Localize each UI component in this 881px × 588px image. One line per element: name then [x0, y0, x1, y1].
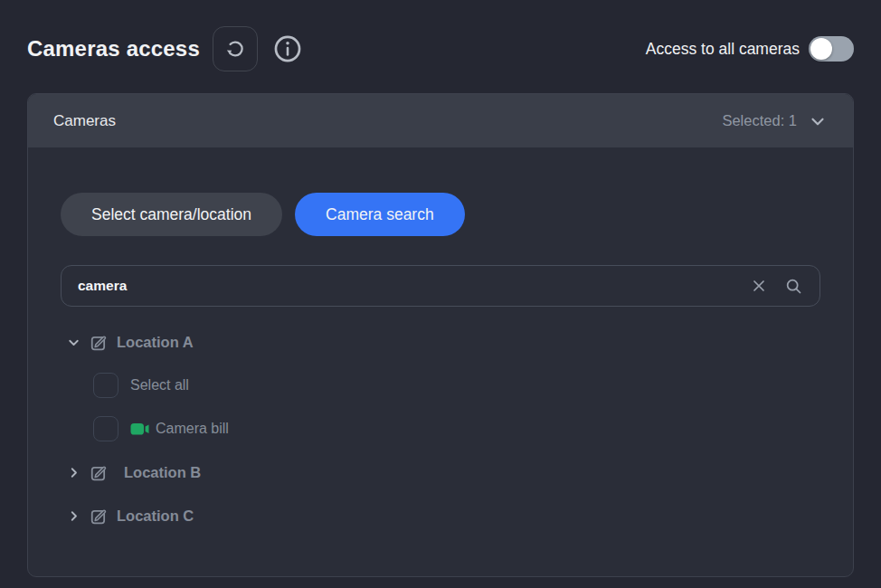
cameras-panel-header[interactable]: Cameras Selected: 1: [28, 94, 853, 147]
camera-search-input[interactable]: [78, 278, 750, 294]
tree-row-select-all[interactable]: Select all: [93, 370, 820, 401]
access-all-cameras-toggle[interactable]: [809, 36, 854, 62]
select-all-checkbox[interactable]: [93, 373, 118, 398]
camera-bill-label[interactable]: Camera bill: [156, 421, 229, 437]
tree-row-camera-bill[interactable]: Camera bill: [93, 413, 820, 444]
location-label[interactable]: Location A: [117, 334, 194, 351]
chevron-right-icon[interactable]: [66, 508, 81, 524]
camera-location-tree: Location A Select all Camera bill: [61, 327, 820, 531]
tree-row-location-a[interactable]: Location A: [66, 327, 820, 357]
access-all-cameras-label: Access to all cameras: [646, 40, 800, 59]
camera-search-box: [61, 265, 820, 307]
clear-search-icon[interactable]: [750, 277, 768, 295]
edit-icon[interactable]: [90, 463, 109, 482]
cameras-panel-body: Select camera/location Camera search: [28, 147, 853, 531]
page-title: Cameras access: [27, 36, 200, 62]
magnifier-icon[interactable]: [784, 277, 803, 296]
toggle-knob: [810, 38, 832, 60]
cameras-panel: Cameras Selected: 1 Select camera/locati…: [27, 93, 854, 577]
edit-icon[interactable]: [90, 333, 109, 352]
selected-count-label: Selected: 1: [722, 112, 797, 129]
info-icon[interactable]: [272, 33, 303, 64]
location-label[interactable]: Location C: [117, 507, 194, 525]
tab-camera-search[interactable]: Camera search: [295, 193, 465, 236]
video-camera-icon: [130, 422, 150, 436]
select-all-label[interactable]: Select all: [130, 377, 189, 394]
refresh-icon: [223, 37, 247, 61]
refresh-button[interactable]: [213, 26, 258, 71]
chevron-right-icon[interactable]: [66, 465, 81, 480]
tree-row-location-c[interactable]: Location C: [66, 500, 820, 531]
mode-tabs: Select camera/location Camera search: [61, 193, 820, 236]
tab-select-camera-location[interactable]: Select camera/location: [61, 193, 282, 236]
panel-title: Cameras: [53, 112, 116, 130]
chevron-down-icon[interactable]: [66, 335, 81, 350]
selected-counter[interactable]: Selected: 1: [722, 111, 828, 131]
chevron-down-icon: [808, 111, 828, 131]
topbar: Cameras access Access to all cameras: [27, 25, 854, 72]
tree-row-location-b[interactable]: Location B: [66, 457, 820, 488]
location-label[interactable]: Location B: [124, 464, 201, 481]
camera-bill-checkbox[interactable]: [93, 416, 118, 441]
edit-icon[interactable]: [90, 507, 109, 526]
